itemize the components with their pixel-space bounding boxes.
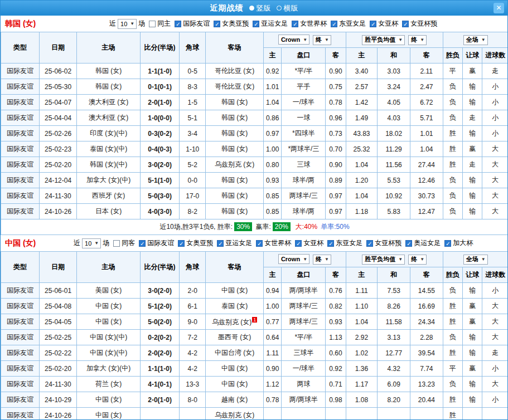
filter-checkbox[interactable] [253, 21, 259, 27]
cell-league-type[interactable]: 国际友谊 [1, 204, 40, 219]
filter-checkbox[interactable] [113, 240, 120, 247]
cell-away-team[interactable]: 韩国 (女) [205, 110, 263, 126]
cell-league-type[interactable]: 国际友谊 [1, 299, 40, 314]
cell-league-type[interactable]: 国际友谊 [1, 392, 40, 408]
cell-league-type[interactable]: 国际友谊 [1, 95, 40, 110]
bookmaker-select[interactable]: Crown▼ [278, 254, 309, 264]
filter-checkbox-label[interactable]: 同主 [157, 19, 171, 28]
cell-away-team[interactable]: 韩国 (女) [205, 188, 263, 204]
filter-checkbox-label[interactable]: 加大杯 [453, 238, 473, 248]
cell-score[interactable]: 2-0(1-0) [140, 392, 180, 408]
cell-away-team[interactable]: 乌兹别克 (女) [205, 408, 263, 420]
cell-home-team[interactable]: 韩国 (女) [77, 79, 140, 95]
cell-away-team[interactable]: 乌兹别克 (女) [205, 157, 263, 173]
cell-score[interactable]: 4-0(3-0) [140, 204, 180, 219]
filter-checkbox[interactable] [327, 240, 334, 247]
cell-away-team[interactable]: 韩国 (女) [205, 173, 263, 188]
filter-checkbox[interactable] [217, 240, 224, 247]
filter-checkbox[interactable] [149, 21, 156, 27]
cell-league-type[interactable]: 国际友谊 [1, 377, 40, 392]
cell-score[interactable]: 2-0(2-0) [140, 345, 180, 361]
cell-league-type[interactable]: 国际友谊 [1, 330, 40, 345]
cell-home-team[interactable]: 日本 (女) [77, 204, 140, 219]
filter-checkbox[interactable] [292, 21, 298, 27]
avg-stage-select[interactable]: 终▼ [408, 255, 427, 265]
cell-score[interactable]: 5-0(2-0) [140, 314, 180, 330]
filter-checkbox-label[interactable]: 女亚杯预 [375, 238, 401, 248]
filter-checkbox[interactable] [178, 240, 185, 247]
filter-checkbox-label[interactable]: 国际友谊 [147, 238, 174, 248]
avg-odds-select[interactable]: 胜平负均值▼ [362, 35, 405, 45]
cell-league-type[interactable]: 国际友谊 [1, 188, 40, 204]
cell-away-team[interactable]: 韩国 (女) [205, 204, 263, 219]
cell-away-team[interactable]: 中国台湾 (女) [205, 345, 263, 361]
filter-checkbox[interactable] [370, 21, 376, 27]
cell-home-team[interactable]: 韩国 (女)(中) [77, 157, 140, 173]
filter-checkbox[interactable] [444, 240, 451, 247]
filter-checkbox[interactable] [405, 240, 412, 247]
cell-score[interactable]: 4-1(0-1) [140, 377, 180, 392]
cell-home-team[interactable]: 中国 (女) [77, 408, 140, 420]
cell-league-type[interactable]: 国际友谊 [1, 345, 40, 361]
cell-away-team[interactable]: 韩国 (女) [205, 141, 263, 157]
cell-score[interactable]: 0-3(0-2) [140, 126, 180, 141]
filter-checkbox-label[interactable]: 亚运女足 [225, 238, 252, 248]
filter-checkbox-label[interactable]: 女奥亚预 [186, 238, 213, 248]
cell-home-team[interactable]: 中国 (女)(中) [77, 345, 140, 361]
match-scope-select[interactable]: 全场▼ [463, 255, 488, 265]
filter-checkbox-label[interactable]: 女亚杯 [303, 238, 323, 248]
filter-checkbox[interactable] [295, 240, 302, 247]
cell-score[interactable]: 0-2(0-2) [140, 330, 180, 345]
cell-away-team[interactable]: 韩国 (女) [205, 126, 263, 141]
filter-checkbox-label[interactable]: 女奥亚预 [222, 19, 249, 28]
cell-score[interactable]: 2-0(1-0) [140, 95, 180, 110]
landscape-radio-label[interactable]: 横版 [284, 3, 298, 13]
avg-odds-select[interactable]: 胜平负均值▼ [362, 255, 405, 265]
cell-home-team[interactable]: 美国 (女) [77, 283, 140, 299]
cell-league-type[interactable]: 国际友谊 [1, 283, 40, 299]
cell-home-team[interactable]: 中国 (女) [77, 314, 140, 330]
cell-home-team[interactable]: 澳大利亚 (女) [77, 95, 140, 110]
cell-away-team[interactable]: 中国 (女) [205, 361, 263, 377]
recent-count-select[interactable]: 10▼ [118, 19, 137, 29]
filter-checkbox-label[interactable]: 女亚杯 [378, 19, 398, 28]
filter-checkbox[interactable] [214, 21, 220, 27]
cell-league-type[interactable]: 国际友谊 [1, 64, 40, 79]
filter-checkbox[interactable] [331, 21, 337, 27]
cell-league-type[interactable]: 国际友谊 [1, 126, 40, 141]
odds-stage-select[interactable]: 终▼ [313, 255, 331, 265]
filter-checkbox[interactable] [175, 21, 181, 27]
bookmaker-select[interactable]: Crown▼ [278, 35, 309, 45]
cell-away-team[interactable]: 中国 (女) [205, 283, 263, 299]
cell-home-team[interactable]: 加拿大 (女)(中) [77, 173, 140, 188]
cell-score[interactable]: 1-0(0-0) [140, 110, 180, 126]
cell-score[interactable]: 0-4(0-3) [140, 141, 180, 157]
cell-score[interactable]: 3-0(2-0) [140, 157, 180, 173]
cell-league-type[interactable]: 国际友谊 [1, 141, 40, 157]
filter-checkbox-label[interactable]: 东亚女足 [339, 19, 366, 28]
cell-home-team[interactable]: 中国 (女) [77, 392, 140, 408]
filter-checkbox-label[interactable]: 同客 [122, 238, 135, 248]
portrait-radio[interactable] [249, 6, 254, 11]
odds-stage-select[interactable]: 终▼ [313, 35, 331, 45]
cell-score[interactable]: 5-1(2-0) [140, 299, 180, 314]
cell-home-team[interactable]: 印度 (女)(中) [77, 126, 140, 141]
cell-score[interactable]: 5-0(3-0) [140, 188, 180, 204]
cell-away-team[interactable]: 中国 (女) [205, 377, 263, 392]
filter-checkbox[interactable] [366, 240, 373, 247]
cell-league-type[interactable]: 国际友谊 [1, 408, 40, 420]
cell-away-team[interactable]: 韩国 (女) [205, 95, 263, 110]
cell-score[interactable] [140, 408, 180, 420]
cell-score[interactable]: 1-1(1-0) [140, 361, 180, 377]
cell-league-type[interactable]: 国际友谊 [1, 157, 40, 173]
cell-league-type[interactable]: 国际友谊 [1, 361, 40, 377]
cell-score[interactable]: 1-1(1-0) [140, 64, 180, 79]
cell-away-team[interactable]: 泰国 (女) [205, 299, 263, 314]
cell-away-team[interactable]: 哥伦比亚 (女) [205, 64, 263, 79]
cell-league-type[interactable]: 国际友谊 [1, 314, 40, 330]
filter-checkbox-label[interactable]: 女世界杯 [300, 19, 327, 28]
filter-checkbox-label[interactable]: 女亚杯预 [410, 19, 437, 28]
cell-league-type[interactable]: 国际友谊 [1, 173, 40, 188]
cell-home-team[interactable]: 加拿大 (女)(中) [77, 361, 140, 377]
cell-score[interactable]: 0-1(0-1) [140, 79, 180, 95]
